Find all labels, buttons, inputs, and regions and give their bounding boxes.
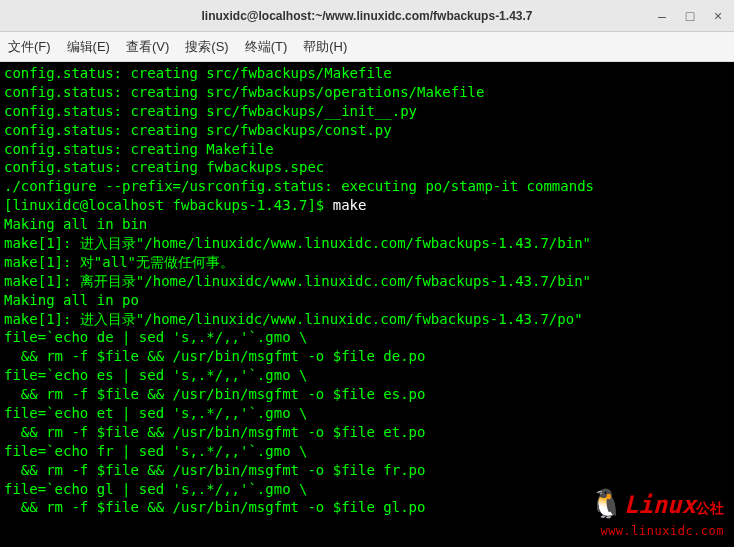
terminal-line: && rm -f $file && /usr/bin/msgfmt -o $fi… <box>4 423 730 442</box>
terminal-line: make[1]: 进入目录"/home/linuxidc/www.linuxid… <box>4 310 730 329</box>
terminal-line: config.status: creating fwbackups.spec <box>4 158 730 177</box>
prompt-text: [linuxidc@localhost fwbackups-1.43.7]$ <box>4 197 333 213</box>
terminal-line: make[1]: 对"all"无需做任何事。 <box>4 253 730 272</box>
terminal-line: config.status: creating src/fwbackups/op… <box>4 83 730 102</box>
menu-search[interactable]: 搜索(S) <box>185 38 228 56</box>
menu-file[interactable]: 文件(F) <box>8 38 51 56</box>
window-title: linuxidc@localhost:~/www.linuxidc.com/fw… <box>201 9 532 23</box>
terminal-line: config.status: creating src/fwbackups/Ma… <box>4 64 730 83</box>
terminal-line: && rm -f $file && /usr/bin/msgfmt -o $fi… <box>4 385 730 404</box>
prompt-command: make <box>333 197 367 213</box>
terminal-line: Making all in po <box>4 291 730 310</box>
terminal-line: ./configure --prefix=/usrconfig.status: … <box>4 177 730 196</box>
menubar: 文件(F) 编辑(E) 查看(V) 搜索(S) 终端(T) 帮助(H) <box>0 32 734 62</box>
window-controls: – □ × <box>654 8 726 24</box>
terminal-line: make[1]: 离开目录"/home/linuxidc/www.linuxid… <box>4 272 730 291</box>
terminal-line: config.status: creating Makefile <box>4 140 730 159</box>
minimize-button[interactable]: – <box>654 8 670 24</box>
maximize-button[interactable]: □ <box>682 8 698 24</box>
terminal-prompt-line: [linuxidc@localhost fwbackups-1.43.7]$ m… <box>4 196 730 215</box>
terminal-line: Making all in bin <box>4 215 730 234</box>
terminal-line: file=`echo et | sed 's,.*/,,'`.gmo \ <box>4 404 730 423</box>
terminal-line: file=`echo es | sed 's,.*/,,'`.gmo \ <box>4 366 730 385</box>
watermark-url: www.linuxidc.com <box>600 523 724 539</box>
terminal-line: && rm -f $file && /usr/bin/msgfmt -o $fi… <box>4 347 730 366</box>
terminal-line: make[1]: 进入目录"/home/linuxidc/www.linuxid… <box>4 234 730 253</box>
terminal-line: && rm -f $file && /usr/bin/msgfmt -o $fi… <box>4 498 730 517</box>
terminal-line: file=`echo de | sed 's,.*/,,'`.gmo \ <box>4 328 730 347</box>
close-button[interactable]: × <box>710 8 726 24</box>
terminal-line: config.status: creating src/fwbackups/co… <box>4 121 730 140</box>
terminal-content[interactable]: config.status: creating src/fwbackups/Ma… <box>0 62 734 547</box>
terminal-line: file=`echo fr | sed 's,.*/,,'`.gmo \ <box>4 442 730 461</box>
menu-terminal[interactable]: 终端(T) <box>245 38 288 56</box>
menu-help[interactable]: 帮助(H) <box>303 38 347 56</box>
menu-view[interactable]: 查看(V) <box>126 38 169 56</box>
terminal-line: config.status: creating src/fwbackups/__… <box>4 102 730 121</box>
terminal-line: file=`echo gl | sed 's,.*/,,'`.gmo \ <box>4 480 730 499</box>
titlebar: linuxidc@localhost:~/www.linuxidc.com/fw… <box>0 0 734 32</box>
menu-edit[interactable]: 编辑(E) <box>67 38 110 56</box>
terminal-line: && rm -f $file && /usr/bin/msgfmt -o $fi… <box>4 461 730 480</box>
